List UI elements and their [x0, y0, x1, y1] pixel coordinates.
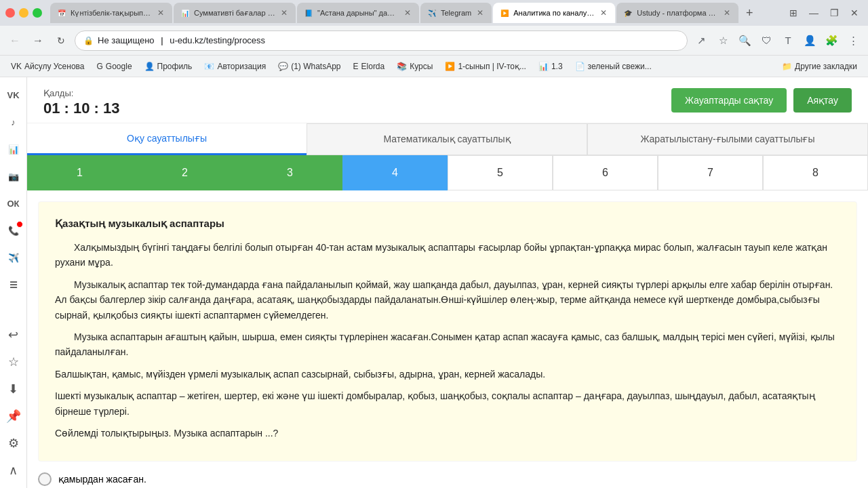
- finish-button[interactable]: Аяқтау: [793, 88, 852, 113]
- bookmark-профиль[interactable]: 👤 Профиль: [139, 59, 198, 74]
- tab-favicon: 📊: [180, 8, 190, 18]
- close-window-button[interactable]: ✕: [846, 5, 863, 21]
- subject-tab-tab-math[interactable]: Математикалық сауаттылық: [307, 123, 587, 155]
- browser-tab-tab3[interactable]: 📘 "Астана дарыны" дарынд... ✕: [297, 3, 419, 23]
- telegram-icon[interactable]: ✈️: [1, 245, 26, 270]
- bookmark-курсы[interactable]: 📚 Курсы: [391, 59, 438, 74]
- bookmark-button[interactable]: ☆: [713, 31, 732, 50]
- other-bookmarks[interactable]: 📁 Другие закладки: [776, 59, 863, 74]
- instagram-icon[interactable]: 📷: [1, 164, 26, 188]
- extensions-nav-button[interactable]: 🧩: [822, 31, 841, 50]
- answer-radio-1[interactable]: [38, 472, 52, 486]
- question-number-6[interactable]: 6: [553, 155, 658, 190]
- question-number-3[interactable]: 3: [237, 155, 342, 190]
- music-icon[interactable]: ♪: [1, 110, 26, 134]
- subject-tab-tab-reading[interactable]: Оқу сауаттылығы: [27, 123, 307, 155]
- bookmark-google[interactable]: G Google: [92, 59, 138, 74]
- browser-tab-tab4[interactable]: ✈️ Telegram ✕: [420, 3, 492, 23]
- chart-icon[interactable]: 📊: [1, 137, 26, 161]
- address-bar[interactable]: 🔒 Не защищено | u-edu.kz/testing/process: [75, 30, 688, 51]
- vk-icon[interactable]: VK: [1, 83, 26, 107]
- bookmark-1.3[interactable]: 📊 1.3: [533, 59, 568, 74]
- page-header: Қалды: 01 : 10 : 13 Жауаптарды сақтау Ая…: [27, 77, 868, 123]
- profile-button[interactable]: 👤: [800, 31, 819, 50]
- browser-titlebar: 📅 Күнтізбелік-тақырыптық... ✕📊 Суммативт…: [0, 0, 868, 26]
- tab-close-button[interactable]: ✕: [722, 7, 732, 19]
- reading-paragraph-3: Музыка аспаптарын ағаштың қайын, шырша, …: [55, 329, 840, 360]
- lens-button[interactable]: 🔍: [735, 31, 754, 50]
- main-content: Қалды: 01 : 10 : 13 Жауаптарды сақтау Ая…: [27, 77, 868, 488]
- question-number-4[interactable]: 4: [342, 155, 448, 190]
- question-number-1[interactable]: 1: [27, 155, 132, 190]
- question-number-2[interactable]: 2: [132, 155, 237, 190]
- question-number-8[interactable]: 8: [763, 155, 868, 190]
- list-icon[interactable]: ☰: [1, 272, 26, 297]
- left-sidebar: VK♪📊📷ОК📞✈️☰↩☆⬇📌⚙∧: [0, 77, 27, 488]
- protocol-text: Не защищено: [98, 35, 155, 45]
- tab-favicon: ✈️: [427, 8, 437, 18]
- timer-label: Қалды:: [43, 88, 120, 98]
- forward-button[interactable]: →: [28, 31, 47, 50]
- bookmark-favicon: 📊: [538, 62, 549, 71]
- bookmark-label: 1.3: [551, 62, 563, 71]
- question-number-5[interactable]: 5: [448, 155, 553, 190]
- bookmark-favicon: 📄: [575, 62, 585, 71]
- tab-close-button[interactable]: ✕: [156, 7, 165, 19]
- shield-button[interactable]: 🛡: [757, 31, 776, 50]
- star-icon[interactable]: ☆: [1, 350, 26, 374]
- new-tab-button[interactable]: +: [740, 3, 759, 22]
- reading-area: Қазақтың музыкалық аспаптары Халқымыздың…: [38, 201, 857, 462]
- subject-tabs: Оқу сауаттылығыМатематикалық сауаттылықЖ…: [27, 123, 868, 155]
- bookmark-label: Айсулу Усенова: [24, 62, 85, 71]
- ok-icon[interactable]: ОК: [1, 191, 26, 216]
- browser-tab-tab5[interactable]: ▶️ Аналитика по каналу - Yo... ✕: [493, 3, 615, 23]
- nav-bar: ← → ↻ 🔒 Не защищено | u-edu.kz/testing/p…: [0, 26, 868, 56]
- restore-window-button[interactable]: ❐: [826, 5, 842, 21]
- bookmark-1-сынып-|-iv-тоқ...[interactable]: ▶️ 1-сынып | IV-тоқ...: [439, 59, 532, 74]
- bookmark-label: Авторизация: [217, 62, 266, 71]
- download-icon[interactable]: ⬇: [1, 377, 26, 401]
- browser-tab-tab6[interactable]: 🎓 Ustudy - платформа онла... ✕: [616, 3, 738, 23]
- timer-section: Қалды: 01 : 10 : 13: [43, 88, 120, 117]
- reading-paragraph-1: Халқымыздың бүгінгі таңдағы белгілі болы…: [55, 240, 840, 270]
- bookmark-зеленый-свежи...[interactable]: 📄 зеленый свежи...: [570, 59, 657, 74]
- minimize-button[interactable]: [19, 8, 28, 18]
- bookmark-(1)-whatsapp[interactable]: 💬 (1) WhatsApp: [273, 59, 346, 74]
- tab-label: Ustudy - платформа онла...: [637, 9, 718, 17]
- minimize-window-button[interactable]: —: [806, 5, 822, 21]
- browser-tab-tab1[interactable]: 📅 Күнтізбелік-тақырыптық... ✕: [50, 3, 172, 23]
- bookmark-label: Elorda: [361, 62, 385, 71]
- refresh-button[interactable]: ↻: [52, 31, 71, 50]
- bookmark-favicon: ▶️: [445, 62, 455, 71]
- phone-icon[interactable]: 📞: [1, 218, 26, 243]
- pin-icon[interactable]: 📌: [1, 404, 26, 428]
- share-button[interactable]: ↗: [692, 31, 711, 50]
- close-button[interactable]: [5, 8, 15, 18]
- save-answers-button[interactable]: Жауаптарды сақтау: [671, 88, 787, 113]
- back-button[interactable]: ←: [5, 31, 24, 50]
- bookmark-elorda[interactable]: E Elorda: [348, 59, 391, 74]
- menu-button[interactable]: ⋮: [844, 31, 863, 50]
- tab-close-button[interactable]: ✕: [403, 7, 412, 19]
- bookmark-айсулу-усенова[interactable]: VK Айсулу Усенова: [5, 59, 90, 74]
- back-icon[interactable]: ↩: [1, 323, 26, 347]
- subject-tab-tab-science[interactable]: Жаратылыстану-ғылыми сауаттылығы: [587, 123, 868, 155]
- browser-tab-tab2[interactable]: 📊 Суммативті бағалар - Күн... ✕: [174, 3, 296, 23]
- bookmark-label: Курсы: [410, 62, 433, 71]
- tab-label: Аналитика по каналу - Yo...: [513, 9, 595, 17]
- reading-paragraph-2: Музыкалық аспаптар тек той-думандарда ға…: [55, 277, 840, 323]
- translate-button[interactable]: T: [778, 31, 797, 50]
- bookmark-авторизация[interactable]: 📧 Авторизация: [199, 59, 271, 74]
- settings-icon[interactable]: ⚙: [1, 431, 26, 455]
- bookmark-label: Google: [106, 62, 132, 71]
- maximize-button[interactable]: [33, 8, 42, 18]
- tab-close-button[interactable]: ✕: [599, 7, 608, 19]
- bookmark-favicon: E: [353, 62, 359, 71]
- timer-value: 01 : 10 : 13: [43, 100, 120, 117]
- bookmark-favicon: 📚: [397, 62, 407, 71]
- question-number-7[interactable]: 7: [658, 155, 763, 190]
- tab-close-button[interactable]: ✕: [475, 7, 485, 19]
- chevron-up-icon[interactable]: ∧: [1, 458, 26, 483]
- extensions-button[interactable]: ⊞: [785, 5, 802, 21]
- tab-close-button[interactable]: ✕: [279, 7, 289, 19]
